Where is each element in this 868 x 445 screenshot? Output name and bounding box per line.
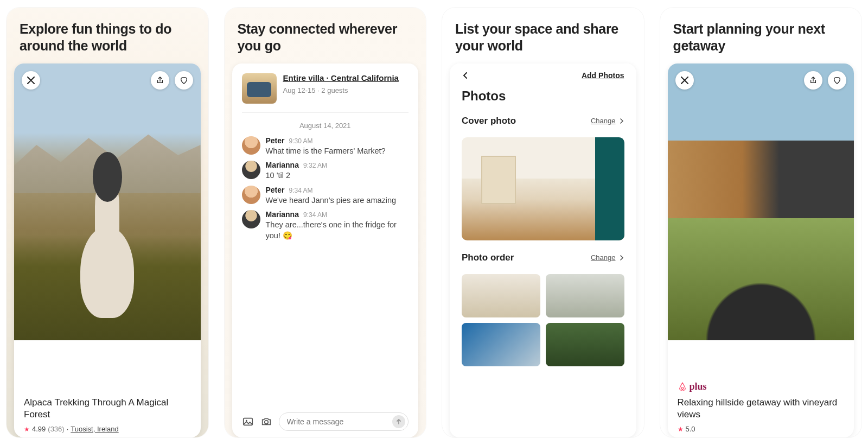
close-button[interactable] xyxy=(22,71,40,90)
message-author: Peter xyxy=(266,136,285,145)
photo-thumbnail[interactable] xyxy=(462,274,540,317)
plus-badge: plus xyxy=(678,381,845,392)
photos-manager: Add Photos Photos Cover photo Change Pho… xyxy=(450,63,636,438)
panel-title: Explore fun things to do around the worl… xyxy=(7,8,208,63)
listing-hero-image[interactable] xyxy=(668,63,854,340)
photos-heading: Photos xyxy=(462,88,624,104)
plus-label: plus xyxy=(690,381,707,392)
listing-title: Relaxing hillside getaway with vineyard … xyxy=(678,397,845,421)
change-order-link[interactable]: Change xyxy=(591,253,624,262)
screenshot-panel-getaway: Start planning your next getaway xyxy=(660,8,862,437)
message-time: 9:30 AM xyxy=(289,137,313,145)
screenshot-panel-list-space: List your space and share your world Add… xyxy=(442,8,644,437)
message-text: What time is the Farmers' Market? xyxy=(266,146,409,157)
cover-section-title: Cover photo xyxy=(462,116,516,126)
booking-thumbnail xyxy=(242,73,277,104)
camera-icon[interactable] xyxy=(260,416,272,428)
star-icon: ★ xyxy=(678,425,684,433)
booking-summary[interactable]: Entire villa · Central California Aug 12… xyxy=(242,73,409,113)
listing-card: Alpaca Trekking Through A Magical Forest… xyxy=(14,63,201,438)
listing-rating: 5.0 xyxy=(686,425,695,433)
message-time: 9:32 AM xyxy=(303,162,327,169)
photo-thumbnail[interactable] xyxy=(462,323,540,366)
airbnb-logo-icon xyxy=(678,382,687,391)
panel-title: Start planning your next getaway xyxy=(660,8,862,63)
photo-order-title: Photo order xyxy=(462,252,514,263)
chat-message: Peter9:30 AMWhat time is the Farmers' Ma… xyxy=(242,136,409,157)
listing-hero-image[interactable] xyxy=(14,63,201,340)
cover-photo[interactable] xyxy=(462,137,624,240)
heart-button[interactable] xyxy=(175,71,193,90)
chat-message: Marianna9:32 AM10 'til 2 xyxy=(242,161,409,181)
listing-meta: ★ 4.99 (336) · Tuosist, Ireland xyxy=(24,425,191,433)
avatar xyxy=(242,136,260,155)
chevron-right-icon xyxy=(619,255,624,260)
panel-title: Stay connected wherever you go xyxy=(225,8,426,63)
listing-title: Alpaca Trekking Through A Magical Forest xyxy=(24,397,191,421)
message-author: Marianna xyxy=(266,161,299,169)
gallery-icon[interactable] xyxy=(242,416,254,428)
back-button[interactable] xyxy=(462,72,469,79)
date-divider: August 14, 2021 xyxy=(242,122,409,130)
listing-meta: ★ 5.0 xyxy=(678,425,845,433)
photo-thumbnail[interactable] xyxy=(546,323,624,366)
add-photos-link[interactable]: Add Photos xyxy=(582,71,624,80)
send-button[interactable] xyxy=(392,415,405,428)
close-button[interactable] xyxy=(675,71,694,90)
message-author: Peter xyxy=(266,186,285,194)
listing-location[interactable]: Tuosist, Ireland xyxy=(71,425,118,433)
star-icon: ★ xyxy=(24,425,30,433)
chat-message: Peter9:34 AMWe've heard Jann's pies are … xyxy=(242,186,409,206)
avatar xyxy=(242,161,260,179)
share-button[interactable] xyxy=(151,71,169,90)
booking-title: Entire villa · Central California xyxy=(283,73,409,84)
booking-dates: Aug 12-15 · 2 guests xyxy=(283,86,409,94)
message-composer xyxy=(242,408,409,431)
avatar xyxy=(242,186,260,204)
heart-button[interactable] xyxy=(828,71,846,90)
screenshot-panel-explore: Explore fun things to do around the worl… xyxy=(7,8,208,437)
svg-rect-0 xyxy=(243,418,252,425)
message-input[interactable] xyxy=(279,412,409,431)
svg-point-2 xyxy=(264,421,267,424)
chevron-right-icon xyxy=(619,118,624,124)
message-text: 10 'til 2 xyxy=(266,170,409,181)
message-text: They are...there's one in the fridge for… xyxy=(266,220,409,241)
listing-card: plus Relaxing hillside getaway with vine… xyxy=(668,63,854,438)
screenshot-panel-messages: Stay connected wherever you go Entire vi… xyxy=(225,8,426,437)
message-time: 9:34 AM xyxy=(303,211,327,219)
message-text: We've heard Jann's pies are amazing xyxy=(266,195,409,206)
messages-card: Entire villa · Central California Aug 12… xyxy=(232,63,419,438)
photo-thumbnail[interactable] xyxy=(546,274,624,317)
avatar xyxy=(242,210,260,228)
chat-message: Marianna9:34 AMThey are...there's one in… xyxy=(242,210,409,241)
panel-title: List your space and share your world xyxy=(442,8,644,63)
share-button[interactable] xyxy=(804,71,822,90)
listing-rating: 4.99 xyxy=(32,425,46,433)
change-cover-link[interactable]: Change xyxy=(591,117,624,125)
listing-reviews: (336) xyxy=(48,425,64,433)
message-author: Marianna xyxy=(266,210,299,219)
message-time: 9:34 AM xyxy=(289,187,313,194)
